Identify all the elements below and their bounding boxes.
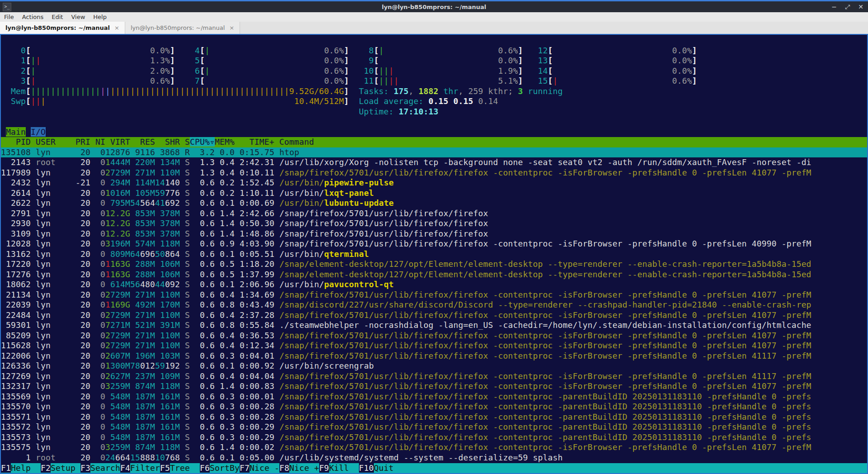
window-titlebar[interactable]: >_ lyn@lyn-b850mprors: ~/manual − ⤢ ✕: [0, 1, 868, 12]
text-segment: [155, 209, 160, 218]
text-segment: Load average:: [359, 96, 429, 106]
process-row[interactable]: 17220 lyn 20 01163G 288M 106M S 0.6 0.5 …: [1, 259, 867, 270]
process-row[interactable]: 122006 lyn 20 02607M 196M 103M S 0.6 0.3…: [1, 351, 867, 361]
text-segment: 0.6: [190, 412, 215, 422]
text-segment: 0:00.92: [235, 361, 274, 370]
text-segment: /snap/firefox/5701/usr/lib/firefox/firef…: [279, 290, 811, 299]
process-row[interactable]: 135572 lyn 20 0 548M 187M 161M S 0.6 0.3…: [1, 422, 867, 432]
fkey-action-label[interactable]: Kill: [329, 463, 359, 473]
text-segment: [180, 300, 185, 309]
text-segment: [155, 331, 160, 340]
text-segment: [31, 280, 36, 289]
fkey-number[interactable]: F8: [279, 463, 289, 473]
screen-tabs-row[interactable]: Main I/O: [1, 127, 867, 137]
fkey-number[interactable]: F2: [41, 463, 51, 473]
text-segment: Mem: [11, 86, 26, 96]
fkey-action-label[interactable]: Search: [90, 463, 120, 473]
menu-file[interactable]: File: [0, 14, 18, 20]
process-row[interactable]: 135569 lyn 20 0 548M 187M 161M S 0.6 0.3…: [1, 392, 867, 402]
process-row[interactable]: 1 root 20 0246641588810768 S 0.6 0.1 0:0…: [1, 453, 867, 463]
text-segment: ,: [458, 86, 468, 96]
menu-help[interactable]: Help: [89, 14, 111, 20]
process-row[interactable]: 2791 lyn 20 012.2G 853M 378M S 0.6 1.4 2…: [1, 209, 867, 219]
fkey-action-label[interactable]: Help: [11, 463, 41, 473]
fkey-action-label[interactable]: Nice +: [289, 463, 319, 473]
process-row[interactable]: 22484 lyn 20 02729M 271M 110M S 0.6 0.4 …: [1, 310, 867, 321]
process-row[interactable]: 135575 lyn 20 03259M 874M 118M S 0.6 1.4…: [1, 442, 867, 453]
terminal-tab-inactive[interactable]: lyn@lyn-b850mprors: ~/manual ×: [125, 22, 240, 34]
process-row[interactable]: 117989 lyn 20 02729M 271M 110M S 1.3 0.4…: [1, 168, 867, 178]
menu-view[interactable]: View: [67, 14, 89, 20]
table-header-row[interactable]: PID USER PRI NI VIRT RES SHR SCPU%▿MEM% …: [1, 137, 867, 147]
text-segment: S: [185, 310, 190, 320]
fkey-number[interactable]: F6: [200, 463, 210, 473]
process-row[interactable]: 85209 lyn 20 02729M 271M 110M S 0.6 0.4 …: [1, 331, 867, 341]
text-segment: 2.0%: [150, 66, 170, 76]
text-segment: 196M: [135, 351, 155, 360]
process-row[interactable]: 2614 lyn 20 01016M 105M59776 S 0.6 0.2 1…: [1, 188, 867, 199]
terminal-tab-active[interactable]: lyn@lyn-b850mprors: ~/manual ×: [0, 22, 125, 34]
terminal[interactable]: 0[ 0.0%] 4[| 0.6%] 8[| 0.6%] 12[ 0.0%] 1…: [0, 34, 868, 474]
menu-actions[interactable]: Actions: [18, 14, 48, 20]
fkey-number[interactable]: F3: [80, 463, 90, 473]
menu-bar: File Actions Edit View Help: [0, 12, 868, 22]
fkey-action-label[interactable]: SortBy: [210, 463, 240, 473]
fkey-action-label[interactable]: Filter: [130, 463, 160, 473]
close-tab-icon[interactable]: ×: [229, 24, 234, 31]
text-segment: [31, 392, 36, 401]
text-segment: 7: [185, 76, 200, 85]
close-tab-icon[interactable]: ×: [114, 24, 119, 31]
fkey-number[interactable]: F5: [160, 463, 170, 473]
process-row[interactable]: 126336 lyn 20 01300M7801259192 S 0.6 0.1…: [1, 361, 867, 371]
text-segment: ]: [344, 86, 349, 96]
process-row[interactable]: 2432 lyn -21 0 294M 114M14140 S 0.6 0.2 …: [1, 178, 867, 188]
process-row[interactable]: 59301 lyn 20 07271M 521M 391M S 0.6 0.8 …: [1, 320, 867, 331]
fkey-number[interactable]: F9: [319, 463, 329, 473]
text-segment: [274, 442, 279, 452]
menu-edit[interactable]: Edit: [47, 14, 67, 20]
text-segment: [130, 209, 135, 218]
text-segment: 2: [105, 331, 110, 340]
fkey-number[interactable]: F1: [1, 463, 11, 473]
process-row[interactable]: 135571 lyn 20 0 548M 187M 161M S 0.6 0.3…: [1, 412, 867, 422]
process-row[interactable]: 13162 lyn 20 0 809M6469650864 S 0.6 0.1 …: [1, 249, 867, 260]
text-segment: [26, 127, 31, 137]
text-segment: 0.0%: [672, 46, 692, 55]
process-row[interactable]: 135570 lyn 20 0 548M 187M 161M S 0.6 0.3…: [1, 402, 867, 412]
text-segment: [1, 96, 11, 106]
process-row[interactable]: 3109 lyn 20 012.2G 853M 378M S 0.6 1.4 1…: [1, 229, 867, 239]
process-row[interactable]: 2622 lyn 20 0 795M5456441692 S 0.6 0.1 0…: [1, 198, 867, 209]
fkey-number[interactable]: F7: [240, 463, 250, 473]
maximize-button[interactable]: ⤢: [845, 3, 850, 11]
fkey-number[interactable]: F10: [359, 463, 374, 473]
text-segment: S: [185, 331, 190, 340]
text-segment: S: [185, 198, 190, 208]
fkey-action-label[interactable]: Tree: [170, 463, 200, 473]
process-row[interactable]: 18062 lyn 20 0 614M5648044092 S 0.6 0.1 …: [1, 280, 867, 290]
text-segment: 0.6: [190, 442, 215, 452]
process-row[interactable]: 115628 lyn 20 02729M 271M 110M S 0.6 0.4…: [1, 341, 867, 351]
text-segment: [46, 96, 294, 106]
text-segment: [36, 76, 150, 85]
process-row[interactable]: 135573 lyn 20 0 548M 187M 161M S 0.6 0.3…: [1, 432, 867, 443]
text-segment: 15: [130, 453, 140, 462]
fkey-action-label[interactable]: Quit: [374, 463, 404, 473]
process-row-selected[interactable]: 135108 lyn 20 012876 9116 3868 R 3.2 0.0…: [1, 147, 867, 158]
text-segment: /snap/firefox/5701/usr/lib/firefox/firef…: [279, 392, 811, 401]
process-row[interactable]: 127269 lyn 20 02627M 237M 109M S 0.6 0.4…: [1, 371, 867, 382]
process-row[interactable]: 22039 lyn 20 01169G 492M 170M S 0.6 0.8 …: [1, 300, 867, 310]
text-segment: [523, 46, 533, 55]
fkey-number[interactable]: F4: [120, 463, 130, 473]
fkey-action-label[interactable]: Setup: [51, 463, 80, 473]
process-row[interactable]: 12028 lyn 20 03196M 574M 118M S 0.6 0.9 …: [1, 239, 867, 249]
fkey-action-label[interactable]: Nice -: [250, 463, 279, 473]
process-row[interactable]: 132317 lyn 20 03259M 874M 118M S 0.6 1.4…: [1, 381, 867, 392]
process-row[interactable]: 21134 lyn 20 02729M 271M 110M S 0.6 0.4 …: [1, 290, 867, 300]
process-row[interactable]: 2930 lyn 20 012.2G 853M 378M S 0.6 1.4 0…: [1, 218, 867, 229]
function-key-bar[interactable]: F1Help F2Setup F3SearchF4FilterF5Tree F6…: [1, 463, 867, 474]
process-row[interactable]: 17276 lyn 20 01163G 288M 106M S 0.6 0.5 …: [1, 270, 867, 280]
minimize-button[interactable]: −: [831, 3, 837, 10]
process-row[interactable]: 2143 root 20 01444M 220M 134M S 1.3 0.4 …: [1, 157, 867, 168]
close-button[interactable]: ✕: [858, 3, 863, 10]
text-segment: 187M: [135, 422, 155, 431]
